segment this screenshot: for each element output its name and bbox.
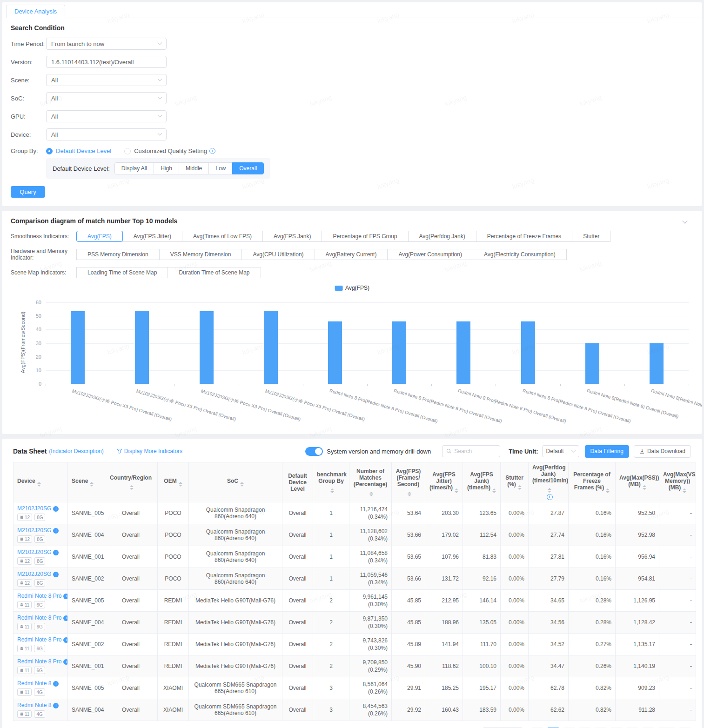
indicator-button[interactable]: Avg(CPU Utilization) [241, 249, 315, 260]
indicator-button[interactable]: Percentage of Freeze Frames [476, 231, 572, 242]
column-header-region[interactable]: Country/Region [104, 462, 158, 502]
column-header-jitter[interactable]: Avg(FPS Jitter) (times/h) [425, 462, 463, 502]
data-download-button[interactable]: Data Download [634, 445, 691, 458]
info-icon[interactable]: i [53, 703, 59, 708]
info-icon[interactable]: i [53, 506, 59, 512]
device-level-button[interactable]: Display All [114, 162, 154, 174]
info-icon[interactable]: i [63, 594, 67, 599]
info-icon[interactable]: i [63, 637, 67, 643]
info-icon[interactable]: i [547, 494, 553, 500]
device-link[interactable]: Redmi Note 8i [17, 702, 64, 708]
column-header-group[interactable]: benchmark Group By [313, 462, 349, 502]
column-header-jank[interactable]: Avg(FPS Jank) (times/h) [463, 462, 501, 502]
device-link[interactable]: M2102J20SGi [17, 549, 64, 555]
chart-bar[interactable] [521, 321, 535, 384]
info-icon[interactable]: i [53, 550, 59, 555]
chart-bar[interactable] [71, 311, 85, 384]
chart-bar[interactable] [456, 321, 470, 384]
device-link[interactable]: Redmi Note 8i [17, 680, 64, 687]
indicator-button[interactable]: Avg(FPS Jitter) [122, 231, 182, 242]
indicator-button[interactable]: VSS Memory Dimension [159, 249, 242, 260]
column-header-device[interactable]: Device [13, 462, 68, 502]
field-select[interactable]: All [46, 92, 167, 104]
column-header-scene[interactable]: Scene [68, 462, 104, 502]
column-header-pss[interactable]: Avg(Max(PSS)) (MB) [616, 462, 659, 502]
tab-device-analysis[interactable]: Device Analysis [6, 5, 65, 18]
sort-icon[interactable] [130, 485, 134, 490]
data-filtering-button[interactable]: Data Filtering [585, 445, 629, 458]
column-header-oem[interactable]: OEM [158, 462, 189, 502]
sort-icon[interactable] [683, 488, 686, 493]
radio-option[interactable]: Default Device Level [46, 147, 111, 154]
field-select[interactable]: From launch to now [46, 38, 167, 50]
info-icon[interactable]: i [53, 681, 59, 687]
column-header-stutter[interactable]: Stutter (%) [501, 462, 529, 502]
display-more-indicators-link[interactable]: Display More Indicators [117, 448, 182, 454]
indicator-button[interactable]: Avg(FPS Jank) [262, 231, 322, 242]
sort-icon[interactable] [330, 488, 334, 493]
sort-icon[interactable] [37, 482, 41, 487]
info-icon[interactable]: i [63, 615, 67, 621]
indicator-button[interactable]: Percentage of FPS Group [322, 231, 408, 242]
sort-icon[interactable] [643, 485, 646, 490]
query-button[interactable]: Query [11, 186, 45, 198]
indicator-button[interactable]: Avg(FPS) [76, 231, 123, 242]
sort-icon[interactable] [548, 488, 551, 493]
chart-bar[interactable] [135, 311, 149, 384]
chart-bar[interactable] [392, 321, 406, 384]
field-select[interactable]: All [46, 74, 167, 86]
sort-icon[interactable] [606, 488, 610, 493]
chart-bar[interactable] [264, 311, 278, 384]
indicator-button[interactable]: Avg(Battery Current) [315, 249, 388, 260]
indicator-button[interactable]: Loading Time of Scene Map [76, 267, 168, 278]
info-icon[interactable]: i [53, 528, 59, 534]
indicator-button[interactable]: Avg(Times of Low FPS) [182, 231, 263, 242]
field-select[interactable]: All [46, 110, 167, 122]
radio-option[interactable]: Customized Quality Settingi [124, 147, 215, 154]
chart-bar[interactable] [328, 321, 342, 384]
sort-icon[interactable] [408, 492, 411, 496]
sort-icon[interactable] [179, 482, 182, 487]
indicator-button[interactable]: Duration Time of Scene Map [168, 267, 261, 278]
sort-icon[interactable] [240, 482, 244, 487]
time-unit-select[interactable]: Default [542, 445, 579, 457]
indicator-button[interactable]: Stutter [572, 231, 610, 242]
field-select[interactable]: All [46, 128, 167, 140]
collapse-chevron-icon[interactable] [682, 218, 687, 223]
indicator-description-link[interactable]: (Indicator Description) [49, 448, 103, 454]
drill-down-toggle[interactable] [305, 447, 323, 456]
device-level-button[interactable]: High [154, 162, 179, 174]
column-header-perfdog[interactable]: Avg(Perfdog Jank) (times/10min)i [529, 462, 569, 502]
sort-icon[interactable] [90, 482, 94, 487]
column-header-matches[interactable]: Number of Matches (Percentage) [349, 462, 392, 502]
chart-legend[interactable]: Avg(FPS) [335, 285, 369, 291]
sort-icon[interactable] [518, 485, 522, 490]
device-level-button[interactable]: Middle [179, 162, 209, 174]
sort-icon[interactable] [369, 492, 373, 496]
column-header-fps[interactable]: Avg(FPS) (Frames/ Second) [392, 462, 425, 502]
info-icon[interactable]: i [63, 659, 67, 665]
device-link[interactable]: Redmi Note 8 Proi [17, 593, 64, 599]
info-icon[interactable]: i [209, 148, 215, 154]
device-level-button[interactable]: Low [208, 162, 233, 174]
search-input[interactable] [454, 448, 496, 454]
column-header-soc[interactable]: SoC [189, 462, 282, 502]
device-link[interactable]: M2102J20SGi [17, 527, 64, 534]
device-link[interactable]: Redmi Note 8 Proi [17, 658, 64, 665]
indicator-button[interactable]: Avg(Power Consumption) [387, 249, 473, 260]
version-input[interactable] [46, 56, 167, 68]
device-link[interactable]: Redmi Note 8 Proi [17, 636, 64, 643]
sort-icon[interactable] [455, 488, 458, 493]
device-link[interactable]: Redmi Note 8 Proi [17, 614, 64, 621]
info-icon[interactable]: i [53, 572, 59, 577]
column-header-freeze[interactable]: Percentage of Freeze Frames (%) [569, 462, 616, 502]
sort-icon[interactable] [492, 488, 496, 493]
indicator-button[interactable]: PSS Memory Dimension [76, 249, 160, 260]
chart-bar[interactable] [650, 343, 664, 384]
device-link[interactable]: M2102J20SGi [17, 571, 64, 577]
indicator-button[interactable]: Avg(Perfdog Jank) [408, 231, 476, 242]
indicator-button[interactable]: Avg(Electricity Consumption) [473, 249, 567, 260]
device-level-button[interactable]: Overall [232, 162, 264, 174]
column-header-vss[interactable]: Avg(Max(VSS Memory)) (MB) [659, 462, 696, 502]
device-link[interactable]: M2102J20SGi [17, 505, 64, 512]
